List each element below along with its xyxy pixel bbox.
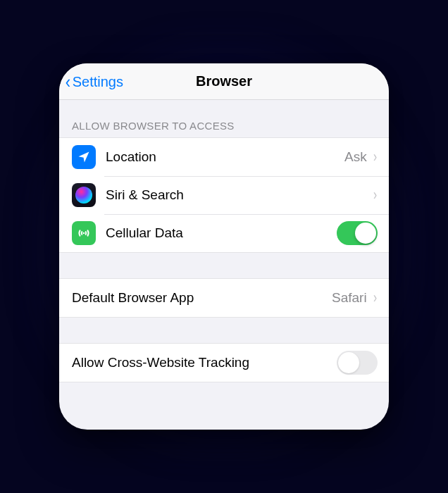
cross-site-label: Allow Cross-Website Tracking [72,355,337,370]
location-icon [72,145,96,169]
chevron-right-icon: › [373,148,377,166]
default-browser-value: Safari [332,290,367,306]
chevron-left-icon: ‹ [66,73,70,91]
location-label: Location [106,149,344,165]
cross-site-toggle[interactable] [337,351,378,375]
toggle-knob [338,352,359,373]
group-tracking: Allow Cross-Website Tracking [59,343,389,382]
siri-icon [72,183,96,207]
row-siri[interactable]: Siri & Search › [59,176,389,214]
chevron-right-icon: › [373,289,377,307]
row-default-browser[interactable]: Default Browser App Safari › [59,279,389,317]
row-cellular: Cellular Data [59,214,389,252]
siri-label: Siri & Search [106,187,373,203]
toggle-knob [355,223,376,244]
row-location[interactable]: Location Ask › [59,138,389,176]
group-default-browser: Default Browser App Safari › [59,278,389,318]
section-header-access: Allow Browser to Access [59,100,389,137]
chevron-right-icon: › [373,186,377,204]
back-button[interactable]: ‹ Settings [65,63,123,100]
cellular-label: Cellular Data [106,225,337,241]
back-label: Settings [73,74,123,90]
location-value: Ask [344,149,367,165]
group-access: Location Ask › Siri & Search › [59,137,389,253]
row-cross-site-tracking: Allow Cross-Website Tracking [59,344,389,382]
svg-point-0 [83,232,85,235]
navbar: ‹ Settings Browser [59,63,389,100]
settings-screen: ‹ Settings Browser Allow Browser to Acce… [59,63,389,430]
cellular-icon [72,221,96,245]
cellular-toggle[interactable] [337,221,378,245]
default-browser-label: Default Browser App [72,290,332,306]
